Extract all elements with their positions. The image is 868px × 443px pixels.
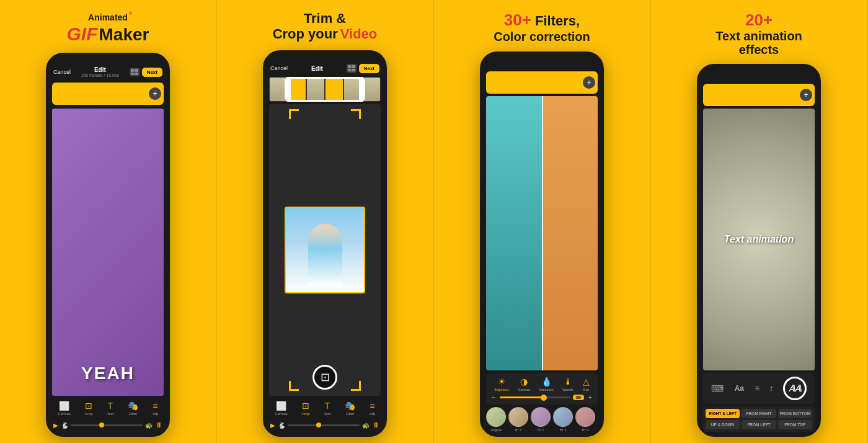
phone3-notch	[523, 54, 560, 61]
phone2-cancel[interactable]: Cancel	[270, 65, 288, 71]
p2-pause-icon[interactable]: ⏸	[372, 421, 379, 429]
yeah-text: YEAH	[81, 364, 135, 383]
anim-right-left[interactable]: RIGHT & LEFT	[706, 409, 740, 418]
filter-thumb-original[interactable]	[486, 407, 506, 427]
p2-speed-dot	[316, 423, 321, 427]
phone1-edit-label: Edit	[94, 66, 106, 73]
anim-from-left[interactable]: FROM LEFT	[742, 420, 776, 429]
panel4-text-anim: Text animation	[715, 29, 802, 43]
anim-from-bottom[interactable]: FROM BOTTOM	[778, 409, 812, 418]
play-icon[interactable]: ▶	[53, 422, 58, 429]
split-right	[542, 96, 598, 370]
p2-speed-slider[interactable]	[288, 424, 360, 426]
adj-slider-dot	[541, 395, 547, 401]
phone3-add-btn[interactable]: +	[583, 76, 595, 89]
speed-slider[interactable]	[71, 424, 143, 426]
trim-right-handle[interactable]	[359, 79, 365, 100]
crop-tool-btn[interactable]: ⊡	[312, 365, 337, 390]
adj-warmth[interactable]: 🌡 Warmth	[562, 377, 573, 392]
phone2-crop-area: ⊡	[269, 104, 381, 396]
panel1-title: Animated ✦ GIF Maker	[67, 11, 149, 45]
filter-bt1[interactable]: BT 1	[508, 407, 528, 432]
toolbar-text[interactable]: T Text	[107, 401, 113, 416]
panel3-title: 30+ Filters, Color correction	[494, 11, 590, 44]
anim-from-top[interactable]: FROM TOP	[778, 420, 812, 429]
filter-original[interactable]: Original	[486, 407, 506, 432]
p2-toolbar-text[interactable]: T Text	[324, 401, 330, 416]
p2-toolbar-adj[interactable]: ≡ Adj	[370, 401, 375, 416]
adj-brightness[interactable]: ☀ Brightness	[494, 377, 509, 392]
phone4-text-toolbar: ⌨ Aa ≡ t 𝔸𝔸	[703, 373, 815, 404]
text-tool-align[interactable]: ≡	[755, 384, 760, 393]
panel2-trim-text: Trim &	[304, 11, 346, 26]
panel-filters: 30+ Filters, Color correction +	[434, 0, 651, 443]
anim-up-down[interactable]: UP & DOWN	[706, 420, 740, 429]
toolbar-filter[interactable]: 🎭 Filter	[128, 401, 138, 416]
phone1-notch	[89, 55, 126, 63]
split-divider	[542, 96, 543, 370]
anim-from-right[interactable]: FROM RIGHT	[742, 409, 776, 418]
text-tool-keyboard[interactable]: ⌨	[711, 383, 724, 393]
text-tool-t[interactable]: t	[771, 385, 773, 392]
trim-left-handle[interactable]	[285, 79, 291, 100]
phone1-topbar-icons: Next	[130, 68, 162, 77]
phone1-toolbar: ⬜ Canvas ⊡ Crop T Text 🎭 Filter ≡ Adj	[48, 397, 167, 418]
adj-minus-btn[interactable]: −	[490, 394, 497, 401]
filmstrip-add-btn[interactable]: +	[149, 87, 161, 100]
phone1: Cancel Edit 150 frames / 15.00s Next	[46, 53, 170, 437]
filter-bt3[interactable]: BT 3	[553, 407, 573, 432]
adj-slider[interactable]	[500, 396, 570, 398]
text-tool-font[interactable]: Aa	[735, 384, 744, 393]
p2-turtle-icon[interactable]: 🐢	[362, 422, 370, 429]
grid-view-icon[interactable]	[130, 68, 140, 76]
phone1-frames-info: 150 frames / 15.00s	[81, 73, 119, 78]
panel4-effects: effects	[739, 43, 779, 56]
rabbit-icon[interactable]: 🐇	[61, 422, 68, 429]
adj-slider-row: − 80 +	[490, 394, 594, 401]
filter-bt4[interactable]: BT 4	[575, 407, 595, 432]
p2-toolbar-crop[interactable]: ⊡ Crop	[302, 401, 310, 416]
adj-contrast[interactable]: ◑ Contrast	[518, 377, 530, 392]
panel2-video-text: Video	[340, 26, 378, 42]
toolbar-canvas[interactable]: ⬜ Canvas	[58, 401, 70, 416]
panel1-title-animated: Animated	[88, 12, 128, 22]
phone4-add-btn[interactable]: +	[800, 89, 812, 101]
filter-thumb-bt3[interactable]	[553, 407, 573, 427]
turtle-icon[interactable]: 🐢	[145, 422, 153, 429]
phone1-next-btn[interactable]: Next	[142, 68, 162, 77]
p2-rabbit-icon[interactable]: 🐇	[278, 422, 285, 429]
phone2: Cancel Edit Next	[263, 50, 387, 437]
phone2-filmstrip	[269, 77, 381, 102]
adj-icons-row: ☀ Brightness ◑ Contrast 💧 Saturation 🌡 W…	[490, 377, 594, 392]
toolbar-crop[interactable]: ⊡ Crop	[85, 401, 93, 416]
p2-play-icon[interactable]: ▶	[270, 422, 275, 429]
panel2-crop-text: Crop your	[273, 26, 338, 42]
pause-icon[interactable]: ⏸	[155, 421, 162, 429]
panel-text-animation: 20+ Text animation effects +	[651, 0, 868, 443]
phone3: + ☀ Brightness ◑	[480, 51, 604, 437]
phone4: + Text animation ⌨ Aa ≡ t	[697, 64, 821, 437]
phone2-next-btn[interactable]: Next	[359, 64, 379, 73]
panel3-30plus: 30+	[504, 11, 531, 29]
toolbar-adj[interactable]: ≡ Adj	[153, 401, 158, 416]
adj-saturation[interactable]: 💧 Saturation	[539, 377, 554, 392]
panel-gif-maker: Animated ✦ GIF Maker Cancel Edit 150 fra…	[0, 0, 217, 443]
filter-thumb-bt1[interactable]	[508, 407, 528, 427]
speed-dot	[99, 423, 104, 427]
phone2-topbar: Cancel Edit Next	[265, 61, 384, 76]
phone2-notch	[306, 53, 343, 60]
adj-plus-btn[interactable]: +	[587, 394, 594, 401]
adj-slider-fill	[500, 396, 542, 398]
filter-thumb-bt4[interactable]	[575, 407, 595, 427]
filter-bt2[interactable]: BT 2	[531, 407, 551, 432]
p2-toolbar-canvas[interactable]: ⬜ Canvas	[275, 401, 287, 416]
adj-sharp[interactable]: △ Shar	[583, 377, 590, 392]
phone2-grid-icon[interactable]	[347, 64, 356, 73]
text-anim-icon[interactable]: 𝔸𝔸	[783, 377, 807, 400]
phone1-cancel[interactable]: Cancel	[53, 69, 71, 75]
panel4-20plus: 20+	[745, 11, 773, 29]
trim-box[interactable]	[286, 77, 364, 102]
p2-toolbar-filter[interactable]: 🎭 Filter	[345, 401, 355, 416]
filter-thumb-bt2[interactable]	[531, 407, 551, 427]
phone2-edit-label: Edit	[311, 65, 323, 72]
